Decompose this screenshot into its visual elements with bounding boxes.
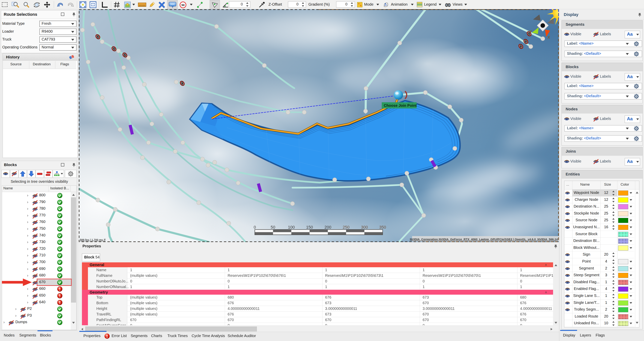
- svg-text:250: 250: [343, 225, 350, 229]
- svg-text:588 fps | 1.700 ms /f: 588 fps | 1.700 ms /f: [80, 238, 105, 241]
- svg-text:100: 100: [288, 225, 295, 229]
- svg-text:Y: Y: [530, 30, 532, 34]
- svg-text:X: X: [548, 35, 550, 40]
- svg-text:NVIDIA_Corporation NVIDIA_GeFo: NVIDIA_Corporation NVIDIA_GeForce_RTX_40…: [410, 238, 558, 241]
- svg-text:Choose Join Point: Choose Join Point: [384, 103, 417, 108]
- svg-text:150: 150: [306, 225, 313, 229]
- svg-text:350: 350: [379, 225, 386, 229]
- svg-text:0: 0: [254, 225, 256, 229]
- svg-text:200: 200: [324, 225, 332, 229]
- svg-text:300: 300: [361, 225, 368, 229]
- svg-text:50: 50: [182, 4, 185, 7]
- svg-text:50: 50: [271, 225, 275, 229]
